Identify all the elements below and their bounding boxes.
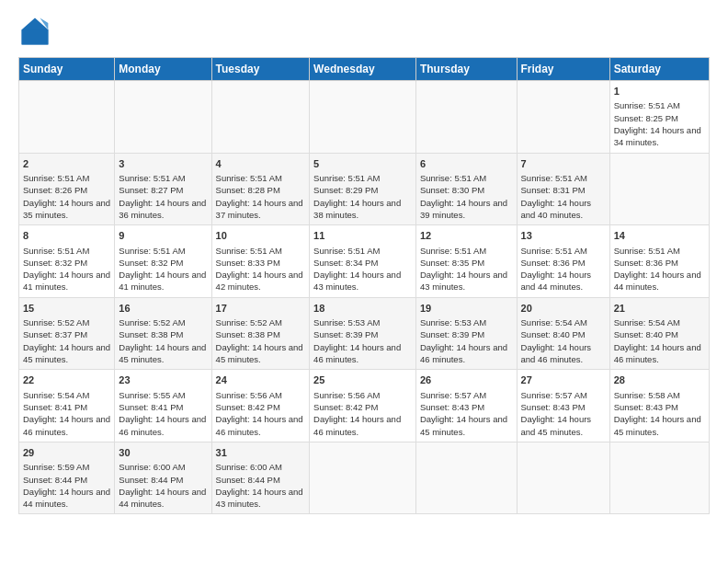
day-cell: 6Sunrise: 5:51 AMSunset: 8:30 PMDaylight… <box>415 153 517 225</box>
day-cell: 26Sunrise: 5:57 AMSunset: 8:43 PMDayligh… <box>415 370 517 442</box>
day-cell: 2Sunrise: 5:51 AMSunset: 8:26 PMDaylight… <box>19 153 115 225</box>
day-cell: 12Sunrise: 5:51 AMSunset: 8:35 PMDayligh… <box>415 225 517 298</box>
col-header-monday: Monday <box>115 58 211 81</box>
empty-cell <box>517 442 609 514</box>
day-cell: 28Sunrise: 5:58 AMSunset: 8:43 PMDayligh… <box>609 370 709 442</box>
empty-cell <box>310 442 416 514</box>
empty-cell <box>415 442 517 514</box>
day-cell: 3Sunrise: 5:51 AMSunset: 8:27 PMDaylight… <box>115 153 211 225</box>
day-cell: 25Sunrise: 5:56 AMSunset: 8:42 PMDayligh… <box>310 370 416 442</box>
day-cell: 31Sunrise: 6:00 AMSunset: 8:44 PMDayligh… <box>211 442 310 514</box>
empty-cell <box>609 153 709 225</box>
col-header-friday: Friday <box>517 58 609 81</box>
day-cell: 15Sunrise: 5:52 AMSunset: 8:37 PMDayligh… <box>19 297 115 370</box>
week-row: 2Sunrise: 5:51 AMSunset: 8:26 PMDaylight… <box>19 153 710 225</box>
empty-cell <box>517 81 609 154</box>
empty-cell <box>310 81 416 154</box>
header-row: SundayMondayTuesdayWednesdayThursdayFrid… <box>19 58 710 81</box>
day-cell: 10Sunrise: 5:51 AMSunset: 8:33 PMDayligh… <box>211 225 310 298</box>
week-row: 8Sunrise: 5:51 AMSunset: 8:32 PMDaylight… <box>19 225 710 298</box>
day-cell: 13Sunrise: 5:51 AMSunset: 8:36 PMDayligh… <box>517 225 609 298</box>
day-cell: 9Sunrise: 5:51 AMSunset: 8:32 PMDaylight… <box>115 225 211 298</box>
day-cell: 29Sunrise: 5:59 AMSunset: 8:44 PMDayligh… <box>19 442 115 514</box>
day-cell: 20Sunrise: 5:54 AMSunset: 8:40 PMDayligh… <box>517 297 609 370</box>
col-header-sunday: Sunday <box>19 58 115 81</box>
col-header-wednesday: Wednesday <box>310 58 416 81</box>
day-cell: 1Sunrise: 5:51 AMSunset: 8:25 PMDaylight… <box>609 81 709 154</box>
day-cell: 8Sunrise: 5:51 AMSunset: 8:32 PMDaylight… <box>19 225 115 298</box>
empty-cell <box>115 81 211 154</box>
day-cell: 17Sunrise: 5:52 AMSunset: 8:38 PMDayligh… <box>211 297 310 370</box>
page: SundayMondayTuesdayWednesdayThursdayFrid… <box>0 0 728 563</box>
empty-cell <box>211 81 310 154</box>
day-cell: 7Sunrise: 5:51 AMSunset: 8:31 PMDaylight… <box>517 153 609 225</box>
day-cell: 22Sunrise: 5:54 AMSunset: 8:41 PMDayligh… <box>19 370 115 442</box>
week-row: 15Sunrise: 5:52 AMSunset: 8:37 PMDayligh… <box>19 297 710 370</box>
week-row: 22Sunrise: 5:54 AMSunset: 8:41 PMDayligh… <box>19 370 710 442</box>
day-cell: 14Sunrise: 5:51 AMSunset: 8:36 PMDayligh… <box>609 225 709 298</box>
day-cell: 4Sunrise: 5:51 AMSunset: 8:28 PMDaylight… <box>211 153 310 225</box>
empty-cell <box>609 442 709 514</box>
day-cell: 18Sunrise: 5:53 AMSunset: 8:39 PMDayligh… <box>310 297 416 370</box>
day-cell: 16Sunrise: 5:52 AMSunset: 8:38 PMDayligh… <box>115 297 211 370</box>
day-cell: 30Sunrise: 6:00 AMSunset: 8:44 PMDayligh… <box>115 442 211 514</box>
day-cell: 5Sunrise: 5:51 AMSunset: 8:29 PMDaylight… <box>310 153 416 225</box>
empty-cell <box>415 81 517 154</box>
logo <box>18 15 57 48</box>
empty-cell <box>19 81 115 154</box>
day-cell: 11Sunrise: 5:51 AMSunset: 8:34 PMDayligh… <box>310 225 416 298</box>
day-cell: 24Sunrise: 5:56 AMSunset: 8:42 PMDayligh… <box>211 370 310 442</box>
day-cell: 21Sunrise: 5:54 AMSunset: 8:40 PMDayligh… <box>609 297 709 370</box>
week-row: 29Sunrise: 5:59 AMSunset: 8:44 PMDayligh… <box>19 442 710 514</box>
calendar-table: SundayMondayTuesdayWednesdayThursdayFrid… <box>18 57 710 514</box>
col-header-thursday: Thursday <box>415 58 517 81</box>
col-header-tuesday: Tuesday <box>211 58 310 81</box>
svg-rect-2 <box>22 29 49 44</box>
day-cell: 19Sunrise: 5:53 AMSunset: 8:39 PMDayligh… <box>415 297 517 370</box>
day-cell: 23Sunrise: 5:55 AMSunset: 8:41 PMDayligh… <box>115 370 211 442</box>
logo-icon <box>18 15 51 48</box>
col-header-saturday: Saturday <box>609 58 709 81</box>
week-row: 1Sunrise: 5:51 AMSunset: 8:25 PMDaylight… <box>19 81 710 154</box>
day-cell: 27Sunrise: 5:57 AMSunset: 8:43 PMDayligh… <box>517 370 609 442</box>
header <box>18 15 710 48</box>
